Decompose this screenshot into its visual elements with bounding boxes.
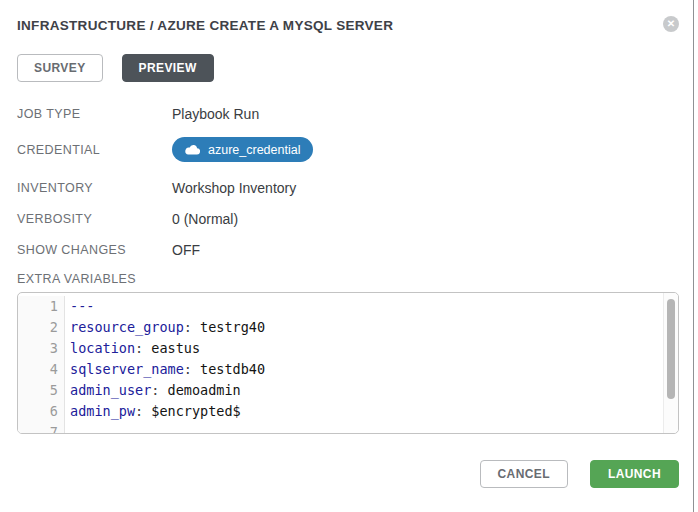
code-line: 6 admin_pw: $encrypted$	[18, 401, 678, 422]
line-number: 7	[18, 422, 65, 434]
yaml-value: $encrypted$	[143, 403, 241, 419]
yaml-value: testdb40	[192, 361, 265, 377]
row-job-type: JOB TYPE Playbook Run	[17, 106, 679, 123]
verbosity-value: 0 (Normal)	[172, 211, 238, 228]
credential-label: CREDENTIAL	[17, 137, 172, 159]
row-inventory: INVENTORY Workshop Inventory	[17, 180, 679, 197]
line-number: 4	[18, 359, 65, 380]
row-show-changes: SHOW CHANGES OFF	[17, 242, 679, 259]
cloud-icon	[185, 144, 200, 155]
line-number: 5	[18, 380, 65, 401]
extra-variables-label: EXTRA VARIABLES	[17, 272, 679, 286]
line-number: 6	[18, 401, 65, 422]
code-line: 4 sqlserver_name: testdb40	[18, 359, 678, 380]
close-icon[interactable]: ✕	[663, 16, 679, 32]
cancel-button[interactable]: CANCEL	[480, 460, 568, 488]
line-number: 3	[18, 338, 65, 359]
yaml-key: sqlserver_name	[70, 361, 184, 377]
yaml-key: admin_user	[70, 382, 151, 398]
dialog-title: INFRASTRUCTURE / AZURE CREATE A MYSQL SE…	[17, 16, 393, 33]
credential-badge[interactable]: azure_credential	[172, 137, 313, 162]
line-number: 2	[18, 317, 65, 338]
yaml-value: eastus	[143, 340, 200, 356]
code-line: 1 ---	[18, 296, 678, 317]
launch-preview-dialog: INFRASTRUCTURE / AZURE CREATE A MYSQL SE…	[0, 0, 698, 512]
yaml-key: admin_pw	[70, 403, 135, 419]
editor-scrollbar-thumb[interactable]	[667, 299, 675, 399]
show-changes-label: SHOW CHANGES	[17, 242, 172, 259]
yaml-value: demoadmin	[159, 382, 240, 398]
launch-button[interactable]: LAUNCH	[590, 460, 679, 488]
yaml-key: ---	[70, 298, 94, 314]
tab-bar: SURVEY PREVIEW	[17, 54, 679, 82]
dialog-footer: CANCEL LAUNCH	[17, 460, 679, 488]
yaml-value: testrg40	[192, 319, 265, 335]
tab-preview[interactable]: PREVIEW	[122, 54, 214, 82]
job-details: JOB TYPE Playbook Run CREDENTIAL azure_c…	[17, 106, 679, 259]
verbosity-label: VERBOSITY	[17, 211, 172, 228]
tab-survey[interactable]: SURVEY	[17, 54, 103, 82]
job-type-label: JOB TYPE	[17, 106, 172, 123]
editor-scrollbar-track[interactable]	[663, 293, 678, 433]
row-credential: CREDENTIAL azure_credential	[17, 137, 679, 162]
dialog-content: INFRASTRUCTURE / AZURE CREATE A MYSQL SE…	[0, 0, 698, 488]
code-line: 3 location: eastus	[18, 338, 678, 359]
code-line: 2 resource_group: testrg40	[18, 317, 678, 338]
extra-variables-editor[interactable]: 1 --- 2 resource_group: testrg40 3 locat…	[17, 292, 679, 434]
code-line: 7	[18, 422, 678, 434]
yaml-key: location	[70, 340, 135, 356]
inventory-label: INVENTORY	[17, 180, 172, 197]
editor-code-area: 1 --- 2 resource_group: testrg40 3 locat…	[18, 293, 678, 434]
code-line: 5 admin_user: demoadmin	[18, 380, 678, 401]
row-verbosity: VERBOSITY 0 (Normal)	[17, 211, 679, 228]
line-number: 1	[18, 296, 65, 317]
yaml-key: resource_group	[70, 319, 184, 335]
inventory-value: Workshop Inventory	[172, 180, 296, 197]
dialog-header: INFRASTRUCTURE / AZURE CREATE A MYSQL SE…	[17, 16, 679, 33]
show-changes-value: OFF	[172, 242, 200, 259]
job-type-value: Playbook Run	[172, 106, 259, 123]
credential-badge-label: azure_credential	[208, 143, 300, 157]
